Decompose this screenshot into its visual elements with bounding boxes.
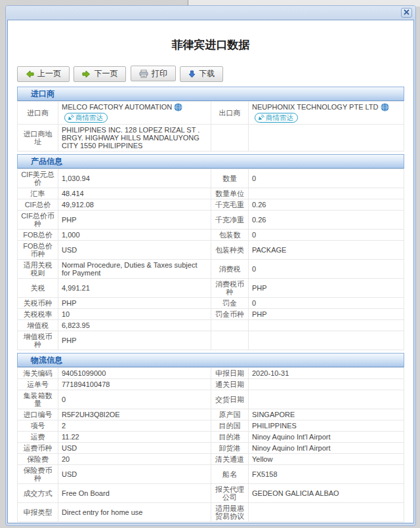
field-label: 交货日期 (211, 390, 249, 409)
field-label: 进口编号 (18, 409, 58, 420)
field-value: 0 (249, 169, 404, 188)
print-label: 打印 (152, 68, 167, 79)
logistics-info-table: 海关编码94051099000申报日期2020-10-31运单号77189410… (17, 367, 404, 522)
close-icon[interactable] (401, 8, 412, 18)
field-label: 项号 (18, 420, 58, 431)
field-label: 千克净重 (211, 210, 249, 229)
field-value (249, 319, 404, 331)
field-value: 1,030.94 (58, 169, 211, 188)
field-value: 94051099000 (58, 367, 211, 378)
field-label (211, 319, 249, 331)
field-label: 罚金 (211, 297, 249, 308)
field-label: 保险费币种 (18, 464, 58, 483)
field-value: PHP (249, 278, 404, 297)
field-value: Yellow (249, 453, 404, 464)
table-row: 保险费20清关通道Yellow (18, 453, 404, 464)
business-radar-badge[interactable]: 商情雷达 (255, 113, 298, 123)
field-label: 运费 (18, 431, 58, 442)
download-label: 下载 (199, 68, 215, 79)
importer-name: MELCO FACTORY AUTOMATION (62, 103, 172, 111)
field-value (249, 502, 404, 521)
table-row: 成交方式Free On Board报关代理公司GEDEON GALICIA AL… (18, 483, 404, 502)
field-label: 关税税率 (18, 308, 58, 319)
table-row: CIF总价币种PHP千克净重0.26 (18, 210, 404, 229)
field-label: 汇率 (18, 188, 58, 199)
field-label: 包装数 (211, 229, 249, 240)
field-label: 出口商 (211, 101, 249, 124)
field-value: USD (58, 464, 211, 483)
field-value: R5F2UH3Q8I2OE (58, 409, 211, 420)
field-value: 0 (58, 390, 211, 409)
table-row: CIF美元总价1,030.94数量0 (18, 169, 404, 188)
field-value: Ninoy Aquino Int'l Airport (249, 431, 404, 442)
table-row: 运费11.22目的港Ninoy Aquino Int'l Airport (18, 431, 404, 442)
field-value: Ninoy Aquino Int'l Airport (249, 442, 404, 453)
field-value: 2 (58, 420, 211, 431)
field-value (249, 188, 404, 199)
business-radar-badge[interactable]: 商情雷达 (64, 113, 108, 123)
table-row: FOB总价币种USD包装种类PACKAGE (18, 240, 404, 259)
field-label: 申报类型 (18, 502, 58, 521)
field-label: 报关代理公司 (211, 483, 249, 502)
field-label: 海关编码 (18, 367, 58, 378)
dialog-content: 菲律宾进口数据 上一页 下一页 (7, 20, 414, 523)
field-label: 目的国 (211, 420, 249, 431)
field-value: 49,912.08 (58, 199, 211, 210)
table-row: 进口编号R5F2UH3Q8I2OE原产国SINGAPORE (18, 409, 404, 420)
field-label: 消费税币种 (211, 278, 249, 297)
field-value: 10 (58, 308, 211, 319)
field-value: Free On Board (58, 483, 211, 502)
globe-icon[interactable] (381, 105, 389, 113)
field-value: PHP (58, 331, 211, 350)
table-row: 汇率48.414数量单位 (18, 188, 404, 199)
table-row: 海关编码94051099000申报日期2020-10-31 (18, 367, 404, 378)
field-value (249, 124, 404, 151)
field-label (211, 124, 249, 151)
print-button[interactable]: 打印 (131, 66, 176, 81)
badge-label: 商情雷达 (266, 113, 293, 122)
field-value: PACKAGE (249, 240, 404, 259)
field-label: 进口商 (18, 101, 58, 124)
table-row: 项号2目的国PHILIPPINES (18, 420, 404, 431)
field-label: FOB总价 (18, 229, 58, 240)
importer-value-cell: MELCO FACTORY AUTOMATION商情雷达 (58, 101, 211, 124)
field-value: 0.26 (249, 210, 404, 229)
download-button[interactable]: 下载 (180, 66, 223, 82)
field-label: CIF总价币种 (18, 210, 58, 229)
field-value: 2020-10-31 (249, 367, 404, 378)
page-title: 菲律宾进口数据 (17, 37, 404, 52)
globe-icon[interactable] (174, 105, 182, 113)
field-value: USD (58, 442, 211, 453)
importer-address: PHILIPPINES INC. 128 LOPEZ RIZAL ST . BR… (58, 124, 211, 151)
field-label: 关税币种 (18, 297, 58, 308)
section-product-info: 产品信息 CIF美元总价1,030.94数量0汇率48.414数量单位CIF总价… (17, 154, 404, 350)
table-row: 增值税6,823.95 (18, 319, 404, 331)
next-page-button[interactable]: 下一页 (74, 66, 126, 82)
table-row: 关税币种PHP罚金0 (18, 297, 404, 308)
field-value (249, 378, 404, 390)
section-header: 物流信息 (17, 353, 404, 367)
field-label: 进口商地址 (18, 124, 58, 151)
field-value: 0 (249, 229, 404, 240)
field-label: 申报日期 (211, 367, 249, 378)
next-page-label: 下一页 (94, 68, 117, 79)
field-value: 1,000 (58, 229, 211, 240)
table-row: 运单号771894100478通关日期 (18, 378, 404, 390)
section-logistics-info: 物流信息 海关编码94051099000申报日期2020-10-31运单号771… (17, 353, 404, 522)
field-value: USD (58, 240, 211, 259)
dialog-titlebar (6, 6, 415, 20)
field-label (211, 331, 249, 350)
field-value: 48.414 (58, 188, 211, 199)
field-value: 771894100478 (58, 378, 211, 390)
arrow-right-icon (82, 70, 91, 78)
field-label: 通关日期 (211, 378, 249, 390)
field-label: 目的港 (211, 431, 249, 442)
field-label: 包装种类 (211, 240, 249, 259)
product-info-table: CIF美元总价1,030.94数量0汇率48.414数量单位CIF总价49,91… (17, 169, 404, 350)
field-label: 增值税 (18, 319, 58, 331)
prev-page-button[interactable]: 上一页 (17, 66, 70, 82)
field-label: 保险费 (18, 453, 58, 464)
table-row: 申报类型Direct entry for home use适用最惠贸易协议 (18, 502, 404, 521)
field-value: 4,991.21 (58, 278, 211, 297)
printer-icon (139, 70, 148, 78)
